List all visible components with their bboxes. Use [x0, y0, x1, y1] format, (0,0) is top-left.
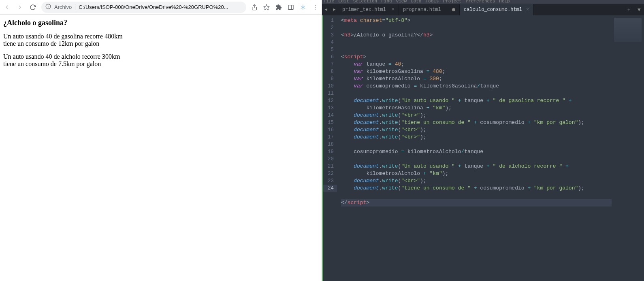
reload-button[interactable]: [28, 3, 37, 12]
browser-toolbar: Archivo C:/Users/ISOP-008/OneDrive/OneDr…: [0, 0, 322, 15]
back-button[interactable]: [2, 3, 11, 12]
tab-label: programa.html: [403, 7, 441, 13]
tab-label: calculo_consumo.html: [464, 7, 522, 13]
tab-menu-icon[interactable]: ▼: [634, 4, 644, 15]
tab-label: primer_tex.html: [342, 7, 386, 13]
menu-icon[interactable]: [311, 3, 319, 11]
menu-item[interactable]: Goto: [411, 0, 421, 4]
text-line: tiene un consumo de 12km por galon: [3, 40, 99, 47]
minimap-viewport[interactable]: [614, 18, 642, 42]
text-line: tiene un consumo de 7.5km por galon: [3, 60, 101, 67]
editor-tabs: ◄ ► primer_tex.html × programa.html calc…: [322, 4, 644, 15]
editor-menu-bar[interactable]: File Edit Selection Find View Goto Tools…: [322, 0, 644, 4]
new-tab-button[interactable]: ＋: [623, 4, 634, 15]
paragraph-2: Un auto usando 40 de alcholo recorre 300…: [3, 53, 318, 68]
text-line: Un auto usando 40 de gasolina recorre 48…: [3, 33, 123, 40]
menu-item[interactable]: Preferences: [466, 0, 495, 4]
address-scheme: Archivo: [54, 4, 75, 10]
forward-button[interactable]: [15, 3, 24, 12]
info-icon: [45, 4, 51, 11]
minimap[interactable]: [612, 15, 644, 281]
dirty-indicator-icon: [452, 8, 455, 11]
svg-point-10: [315, 5, 316, 6]
menu-item[interactable]: Find: [381, 0, 392, 4]
tab-prev-icon[interactable]: ◄: [322, 4, 330, 15]
snowflake-icon[interactable]: [299, 3, 307, 11]
address-bar[interactable]: Archivo C:/Users/ISOP-008/OneDrive/OneDr…: [41, 2, 246, 13]
tab-calculo-consumo[interactable]: calculo_consumo.html ×: [460, 4, 533, 15]
menu-item[interactable]: Tools: [425, 0, 439, 4]
tab-programa[interactable]: programa.html: [399, 4, 460, 15]
editor-window: File Edit Selection Find View Goto Tools…: [322, 0, 644, 281]
tab-primer-tex[interactable]: primer_tex.html ×: [338, 4, 399, 15]
address-url: C:/Users/ISOP-008/OneDrive/OneDrive%20-%…: [79, 4, 242, 10]
browser-window: Archivo C:/Users/ISOP-008/OneDrive/OneDr…: [0, 0, 322, 281]
tab-next-icon[interactable]: ►: [330, 4, 338, 15]
svg-point-12: [315, 9, 316, 9]
browser-viewport: ¿Alcholo o gasolina? Un auto usando 40 d…: [0, 15, 322, 77]
svg-marker-4: [264, 4, 269, 10]
menu-item[interactable]: File: [324, 0, 334, 4]
star-icon[interactable]: [262, 3, 271, 11]
menu-item[interactable]: Edit: [338, 0, 349, 4]
share-icon[interactable]: [250, 3, 258, 11]
text-line: Un auto usando 40 de alcholo recorre 300…: [3, 53, 120, 60]
code-area[interactable]: 123456789101112131415161718192021222324 …: [322, 15, 644, 281]
svg-point-11: [315, 7, 316, 8]
code-text[interactable]: <meta charset="utf-8"> <h3>¿Alcholo o ga…: [337, 15, 612, 281]
paragraph-1: Un auto usando 40 de gasolina recorre 48…: [3, 33, 318, 47]
close-icon[interactable]: ×: [526, 7, 529, 13]
page-heading: ¿Alcholo o gasolina?: [3, 19, 318, 27]
menu-item[interactable]: View: [396, 0, 407, 4]
line-gutter: 123456789101112131415161718192021222324: [323, 15, 337, 281]
menu-item[interactable]: Selection: [353, 0, 377, 4]
menu-item[interactable]: Project: [443, 0, 461, 4]
menu-item[interactable]: Help: [499, 0, 510, 4]
extensions-icon[interactable]: [275, 3, 283, 11]
panel-icon[interactable]: [287, 3, 295, 11]
svg-rect-5: [288, 5, 293, 9]
close-icon[interactable]: ×: [392, 7, 395, 13]
